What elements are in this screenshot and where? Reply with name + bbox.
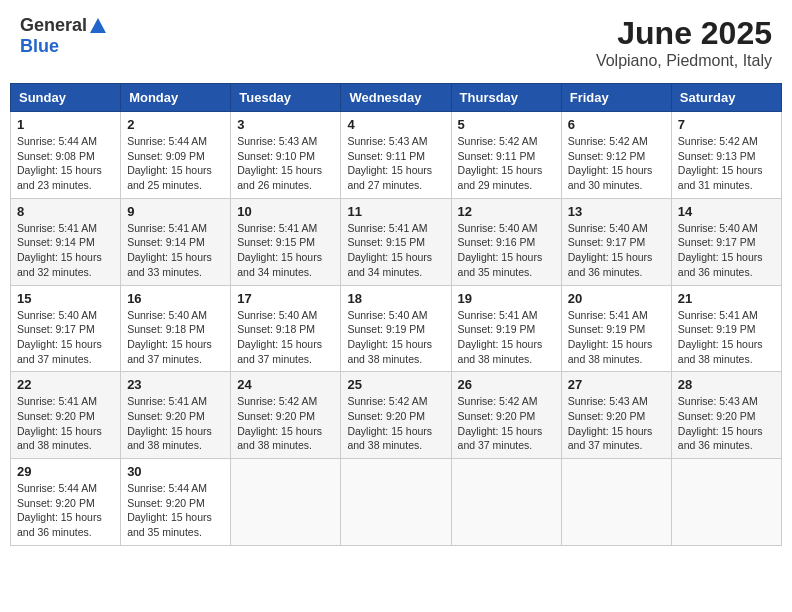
day-info: Sunrise: 5:41 AMSunset: 9:15 PMDaylight:… <box>347 221 444 280</box>
calendar-cell <box>451 459 561 546</box>
calendar-cell: 21Sunrise: 5:41 AMSunset: 9:19 PMDayligh… <box>671 285 781 372</box>
calendar-cell: 10Sunrise: 5:41 AMSunset: 9:15 PMDayligh… <box>231 198 341 285</box>
day-number: 7 <box>678 117 775 132</box>
calendar-cell: 1Sunrise: 5:44 AMSunset: 9:08 PMDaylight… <box>11 112 121 199</box>
calendar-cell: 29Sunrise: 5:44 AMSunset: 9:20 PMDayligh… <box>11 459 121 546</box>
calendar-cell: 18Sunrise: 5:40 AMSunset: 9:19 PMDayligh… <box>341 285 451 372</box>
day-info: Sunrise: 5:41 AMSunset: 9:20 PMDaylight:… <box>127 394 224 453</box>
day-info: Sunrise: 5:43 AMSunset: 9:20 PMDaylight:… <box>568 394 665 453</box>
calendar-cell: 26Sunrise: 5:42 AMSunset: 9:20 PMDayligh… <box>451 372 561 459</box>
day-info: Sunrise: 5:40 AMSunset: 9:17 PMDaylight:… <box>17 308 114 367</box>
day-info: Sunrise: 5:41 AMSunset: 9:20 PMDaylight:… <box>17 394 114 453</box>
svg-marker-0 <box>90 18 106 33</box>
day-info: Sunrise: 5:42 AMSunset: 9:20 PMDaylight:… <box>347 394 444 453</box>
day-number: 23 <box>127 377 224 392</box>
header: General Blue June 2025 Volpiano, Piedmon… <box>10 10 782 75</box>
calendar-cell <box>341 459 451 546</box>
day-number: 21 <box>678 291 775 306</box>
day-number: 8 <box>17 204 114 219</box>
day-info: Sunrise: 5:41 AMSunset: 9:19 PMDaylight:… <box>678 308 775 367</box>
day-number: 11 <box>347 204 444 219</box>
day-info: Sunrise: 5:41 AMSunset: 9:15 PMDaylight:… <box>237 221 334 280</box>
day-number: 1 <box>17 117 114 132</box>
day-info: Sunrise: 5:41 AMSunset: 9:14 PMDaylight:… <box>127 221 224 280</box>
day-number: 24 <box>237 377 334 392</box>
calendar-cell: 25Sunrise: 5:42 AMSunset: 9:20 PMDayligh… <box>341 372 451 459</box>
calendar-cell: 13Sunrise: 5:40 AMSunset: 9:17 PMDayligh… <box>561 198 671 285</box>
calendar-cell: 11Sunrise: 5:41 AMSunset: 9:15 PMDayligh… <box>341 198 451 285</box>
logo: General Blue <box>20 15 107 57</box>
day-info: Sunrise: 5:42 AMSunset: 9:11 PMDaylight:… <box>458 134 555 193</box>
calendar-cell: 12Sunrise: 5:40 AMSunset: 9:16 PMDayligh… <box>451 198 561 285</box>
day-info: Sunrise: 5:43 AMSunset: 9:11 PMDaylight:… <box>347 134 444 193</box>
day-number: 9 <box>127 204 224 219</box>
day-number: 12 <box>458 204 555 219</box>
calendar-cell: 8Sunrise: 5:41 AMSunset: 9:14 PMDaylight… <box>11 198 121 285</box>
month-title: June 2025 <box>596 15 772 52</box>
calendar-header-row: SundayMondayTuesdayWednesdayThursdayFrid… <box>11 84 782 112</box>
day-info: Sunrise: 5:44 AMSunset: 9:20 PMDaylight:… <box>127 481 224 540</box>
day-number: 3 <box>237 117 334 132</box>
day-info: Sunrise: 5:42 AMSunset: 9:12 PMDaylight:… <box>568 134 665 193</box>
day-info: Sunrise: 5:40 AMSunset: 9:18 PMDaylight:… <box>237 308 334 367</box>
day-number: 19 <box>458 291 555 306</box>
calendar-header-friday: Friday <box>561 84 671 112</box>
calendar-cell <box>671 459 781 546</box>
calendar-header-monday: Monday <box>121 84 231 112</box>
calendar-cell <box>561 459 671 546</box>
day-number: 18 <box>347 291 444 306</box>
calendar-cell: 14Sunrise: 5:40 AMSunset: 9:17 PMDayligh… <box>671 198 781 285</box>
day-info: Sunrise: 5:40 AMSunset: 9:17 PMDaylight:… <box>568 221 665 280</box>
day-number: 22 <box>17 377 114 392</box>
day-info: Sunrise: 5:44 AMSunset: 9:08 PMDaylight:… <box>17 134 114 193</box>
day-number: 30 <box>127 464 224 479</box>
calendar-header-saturday: Saturday <box>671 84 781 112</box>
day-info: Sunrise: 5:43 AMSunset: 9:20 PMDaylight:… <box>678 394 775 453</box>
calendar-cell: 2Sunrise: 5:44 AMSunset: 9:09 PMDaylight… <box>121 112 231 199</box>
calendar-cell: 4Sunrise: 5:43 AMSunset: 9:11 PMDaylight… <box>341 112 451 199</box>
day-info: Sunrise: 5:40 AMSunset: 9:18 PMDaylight:… <box>127 308 224 367</box>
day-info: Sunrise: 5:42 AMSunset: 9:13 PMDaylight:… <box>678 134 775 193</box>
calendar-header-sunday: Sunday <box>11 84 121 112</box>
day-number: 26 <box>458 377 555 392</box>
day-number: 29 <box>17 464 114 479</box>
calendar-week-row: 29Sunrise: 5:44 AMSunset: 9:20 PMDayligh… <box>11 459 782 546</box>
calendar-cell: 9Sunrise: 5:41 AMSunset: 9:14 PMDaylight… <box>121 198 231 285</box>
calendar-week-row: 15Sunrise: 5:40 AMSunset: 9:17 PMDayligh… <box>11 285 782 372</box>
day-info: Sunrise: 5:43 AMSunset: 9:10 PMDaylight:… <box>237 134 334 193</box>
logo-blue-text: Blue <box>20 36 59 56</box>
calendar-header-thursday: Thursday <box>451 84 561 112</box>
calendar-cell: 19Sunrise: 5:41 AMSunset: 9:19 PMDayligh… <box>451 285 561 372</box>
logo-triangle-icon <box>89 17 107 35</box>
day-number: 13 <box>568 204 665 219</box>
day-number: 28 <box>678 377 775 392</box>
day-info: Sunrise: 5:40 AMSunset: 9:16 PMDaylight:… <box>458 221 555 280</box>
day-number: 17 <box>237 291 334 306</box>
calendar-week-row: 1Sunrise: 5:44 AMSunset: 9:08 PMDaylight… <box>11 112 782 199</box>
calendar-table: SundayMondayTuesdayWednesdayThursdayFrid… <box>10 83 782 546</box>
calendar-header-wednesday: Wednesday <box>341 84 451 112</box>
calendar-cell: 30Sunrise: 5:44 AMSunset: 9:20 PMDayligh… <box>121 459 231 546</box>
calendar-cell: 6Sunrise: 5:42 AMSunset: 9:12 PMDaylight… <box>561 112 671 199</box>
calendar-week-row: 22Sunrise: 5:41 AMSunset: 9:20 PMDayligh… <box>11 372 782 459</box>
calendar-cell: 17Sunrise: 5:40 AMSunset: 9:18 PMDayligh… <box>231 285 341 372</box>
location-title: Volpiano, Piedmont, Italy <box>596 52 772 70</box>
calendar-cell: 23Sunrise: 5:41 AMSunset: 9:20 PMDayligh… <box>121 372 231 459</box>
calendar-cell <box>231 459 341 546</box>
day-number: 27 <box>568 377 665 392</box>
day-number: 10 <box>237 204 334 219</box>
day-info: Sunrise: 5:40 AMSunset: 9:19 PMDaylight:… <box>347 308 444 367</box>
calendar-cell: 22Sunrise: 5:41 AMSunset: 9:20 PMDayligh… <box>11 372 121 459</box>
calendar-cell: 27Sunrise: 5:43 AMSunset: 9:20 PMDayligh… <box>561 372 671 459</box>
calendar-cell: 24Sunrise: 5:42 AMSunset: 9:20 PMDayligh… <box>231 372 341 459</box>
day-number: 14 <box>678 204 775 219</box>
day-info: Sunrise: 5:41 AMSunset: 9:14 PMDaylight:… <box>17 221 114 280</box>
calendar-cell: 16Sunrise: 5:40 AMSunset: 9:18 PMDayligh… <box>121 285 231 372</box>
title-area: June 2025 Volpiano, Piedmont, Italy <box>596 15 772 70</box>
calendar-cell: 3Sunrise: 5:43 AMSunset: 9:10 PMDaylight… <box>231 112 341 199</box>
day-number: 6 <box>568 117 665 132</box>
day-info: Sunrise: 5:42 AMSunset: 9:20 PMDaylight:… <box>458 394 555 453</box>
calendar-cell: 15Sunrise: 5:40 AMSunset: 9:17 PMDayligh… <box>11 285 121 372</box>
day-info: Sunrise: 5:44 AMSunset: 9:20 PMDaylight:… <box>17 481 114 540</box>
day-number: 15 <box>17 291 114 306</box>
